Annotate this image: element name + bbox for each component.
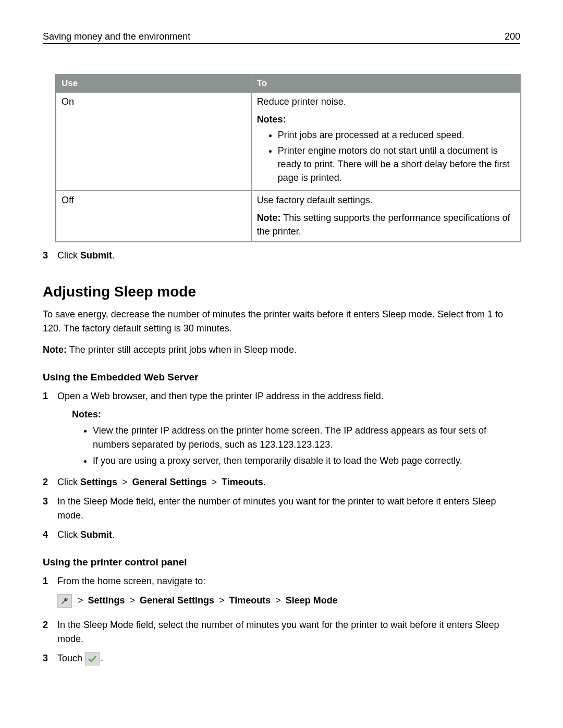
step-number: 3: [43, 495, 57, 523]
list-item: View the printer IP address on the print…: [93, 424, 520, 452]
list-item: If you are using a proxy server, then te…: [93, 454, 520, 468]
step-text: In the Sleep Mode field, select the numb…: [57, 618, 520, 646]
control-panel-title: Using the printer control panel: [43, 557, 520, 568]
step-body: Touch .: [57, 651, 520, 665]
check-icon: [85, 652, 100, 665]
list-item: Print jobs are processed at a reduced sp…: [278, 128, 515, 142]
step-body: From the home screen, navigate to: > Set…: [57, 574, 520, 613]
panel-steps: 1 From the home screen, navigate to: > S…: [43, 574, 520, 666]
table-row: Off Use factory default settings. Note: …: [56, 191, 521, 242]
step-body: Click Settings > General Settings > Time…: [57, 475, 520, 489]
intro-paragraph: To save energy, decrease the number of m…: [43, 307, 520, 336]
cell-to: Use factory default settings. Note: This…: [251, 191, 521, 242]
submit-label: Submit: [80, 529, 112, 540]
path-settings: Settings: [80, 477, 117, 487]
table-row: On Reduce printer noise. Notes: Print jo…: [56, 92, 521, 191]
step-number: 1: [43, 389, 57, 470]
period: .: [112, 250, 115, 261]
step-number: 3: [43, 651, 57, 665]
click-text: Click: [57, 250, 80, 261]
section-title: Adjusting Sleep mode: [43, 283, 520, 300]
path-general-settings: General Settings: [140, 595, 214, 606]
period: .: [112, 529, 115, 540]
note-text: The printer still accepts print jobs whe…: [67, 344, 297, 355]
list-item: Printer engine motors do not start until…: [278, 144, 515, 184]
separator: >: [273, 595, 284, 606]
th-to: To: [251, 75, 521, 92]
click-text: Click: [57, 529, 80, 540]
page-number: 200: [505, 31, 520, 42]
path-general-settings: General Settings: [132, 477, 207, 487]
wrench-icon: [57, 594, 72, 608]
click-text: Click: [57, 477, 80, 487]
note-prefix: Note:: [257, 213, 281, 223]
intro-note: Note: The printer still accepts print jo…: [43, 343, 520, 357]
separator: >: [209, 477, 220, 487]
web-server-title: Using the Embedded Web Server: [43, 372, 520, 383]
path-timeouts: Timeouts: [222, 477, 263, 487]
separator: >: [127, 595, 138, 606]
cell-use: On: [56, 92, 251, 191]
notes-list: Print jobs are processed at a reduced sp…: [257, 128, 515, 184]
step-body: Open a Web browser, and then type the pr…: [57, 389, 520, 470]
cell-to: Reduce printer noise. Notes: Print jobs …: [251, 92, 521, 191]
step-text: Open a Web browser, and then type the pr…: [57, 391, 384, 401]
separator: >: [119, 477, 130, 487]
quiet-mode-table: Use To On Reduce printer noise. Notes: P…: [55, 74, 521, 242]
th-use: Use: [56, 75, 251, 92]
notes-list: View the printer IP address on the print…: [72, 424, 520, 468]
top-steps: 3 Click Submit.: [43, 249, 520, 263]
note-inline: Note: This setting supports the performa…: [257, 211, 515, 238]
step-number: 4: [43, 528, 57, 542]
step-number: 2: [43, 475, 57, 489]
touch-text: Touch: [57, 653, 85, 663]
step-number: 2: [43, 618, 57, 646]
table-header-row: Use To: [56, 75, 521, 92]
note-text: This setting supports the performance sp…: [257, 213, 510, 237]
cell-use: Off: [56, 191, 251, 242]
nav-path: > Settings > General Settings > Timeouts…: [57, 594, 520, 608]
submit-label: Submit: [80, 250, 112, 261]
step-text: From the home screen, navigate to:: [57, 576, 205, 586]
period: .: [263, 477, 266, 487]
step-body: Click Submit.: [57, 249, 520, 263]
path-sleep-mode: Sleep Mode: [286, 595, 338, 606]
period: .: [101, 653, 103, 663]
step-body: Click Submit.: [57, 528, 520, 542]
step-number: 1: [43, 574, 57, 613]
path-timeouts: Timeouts: [229, 595, 271, 606]
notes-label: Notes:: [257, 113, 515, 126]
web-steps: 1 Open a Web browser, and then type the …: [43, 389, 520, 542]
header-title: Saving money and the environment: [43, 31, 190, 42]
separator: >: [75, 595, 86, 606]
notes-label: Notes:: [72, 408, 520, 422]
step-number: 3: [43, 249, 57, 263]
step-text: In the Sleep Mode field, enter the numbe…: [57, 495, 520, 523]
cell-to-line: Reduce printer noise.: [257, 95, 515, 108]
note-prefix: Note:: [43, 344, 67, 355]
path-settings: Settings: [88, 595, 125, 606]
cell-to-line: Use factory default settings.: [257, 193, 515, 207]
separator: >: [216, 595, 227, 606]
page-header: Saving money and the environment 200: [43, 31, 520, 44]
